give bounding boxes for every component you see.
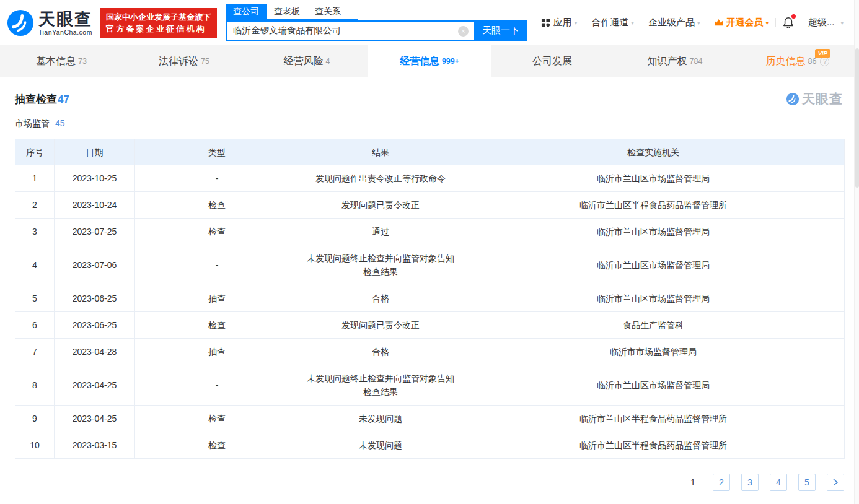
search-tab-company[interactable]: 查公司	[226, 4, 267, 19]
cell-agency: 临沂市兰山区市场监督管理局	[462, 219, 845, 245]
tab-operating-risk[interactable]: 经营风险 4	[245, 45, 368, 77]
tab-business-info[interactable]: 经营信息 999+	[368, 45, 491, 77]
clear-icon[interactable]: ×	[458, 26, 469, 37]
menu-item-partner[interactable]: 合作通道 ▾	[584, 17, 641, 28]
tab-basic-info[interactable]: 基本信息 73	[0, 45, 123, 77]
brand-name: 天眼查	[38, 10, 92, 28]
page-button[interactable]: 4	[770, 474, 787, 491]
tab-legal-litigation[interactable]: 法律诉讼 75	[123, 45, 245, 77]
tab-count: 86	[808, 57, 817, 66]
logo-swirl-icon	[6, 9, 35, 37]
subsection-market-supervision: 市场监管 45	[0, 108, 859, 129]
help-icon[interactable]: ?	[820, 57, 829, 66]
chevron-down-icon: ▾	[765, 20, 769, 26]
tab-count: 73	[78, 57, 87, 66]
cell-result: 发现问题已责令改正	[299, 312, 462, 339]
cell-index: 10	[15, 432, 55, 459]
cell-result: 通过	[299, 219, 462, 245]
search-tab-boss[interactable]: 查老板	[267, 4, 307, 19]
pagination-pages: 2345	[713, 474, 816, 491]
company-nav-tabs: 基本信息 73 法律诉讼 75 经营风险 4 经营信息 999+ 公司发展 知识…	[0, 45, 859, 77]
menu-item-apps[interactable]: 应用 ▾	[534, 17, 584, 28]
menu-label: 合作通道	[591, 17, 628, 28]
vip-badge: VIP	[815, 49, 830, 58]
tab-label: 公司发展	[532, 55, 572, 68]
search-tabs: 查公司 查老板 查关系	[226, 4, 358, 20]
cell-agency: 临沂市兰山区半程食品药品监督管理所	[462, 432, 845, 459]
tab-intellectual-property[interactable]: 知识产权 784	[614, 45, 736, 77]
table-row: 9 2023-04-25 检查 未发现问题 临沂市兰山区半程食品药品监督管理所	[15, 406, 845, 432]
apps-grid-icon	[541, 18, 550, 27]
page-button[interactable]: 5	[798, 474, 816, 491]
col-header-date: 日期	[55, 139, 135, 165]
cell-agency: 临沂市兰山区半程食品药品监督管理所	[462, 192, 845, 219]
section-head: 抽查检查47 天眼查	[0, 77, 859, 108]
tab-label: 知识产权	[648, 55, 687, 68]
bell-wrap	[783, 17, 794, 29]
cell-index: 7	[15, 339, 55, 365]
search-input-wrap: ×	[226, 20, 475, 41]
table-row: 8 2023-04-25 - 未发现问题终止检查并向监管对象告知检查结果 临沂市…	[15, 365, 845, 406]
page-next-button[interactable]	[827, 474, 844, 491]
chevron-down-icon: ▾	[697, 20, 700, 26]
badge-line2: 官方备案企业征信机构	[106, 23, 211, 35]
table-row: 5 2023-06-25 抽查 合格 临沂市兰山区市场监督管理局	[15, 285, 845, 312]
cell-agency: 食品生产监管科	[462, 312, 845, 339]
table-row: 1 2023-10-25 - 发现问题作出责令改正等行政命令 临沂市兰山区市场监…	[15, 165, 845, 192]
table-row: 3 2023-07-25 检查 通过 临沂市兰山区市场监督管理局	[15, 219, 845, 245]
menu-label: 超级...	[808, 17, 835, 28]
menu-item-super-vip[interactable]: 超级... ▾	[801, 17, 850, 28]
badge-line1: 国家中小企业发展子基金旗下	[106, 11, 211, 23]
search-input[interactable]	[227, 22, 474, 40]
cell-index: 3	[15, 219, 55, 245]
cell-result: 未发现问题	[299, 406, 462, 432]
cell-agency: 临沂市兰山区市场监督管理局	[462, 285, 845, 312]
cell-type: 抽查	[135, 339, 299, 365]
page-button[interactable]: 3	[741, 474, 759, 491]
scrollbar-thumb[interactable]	[855, 48, 859, 188]
inspection-table-body: 1 2023-10-25 - 发现问题作出责令改正等行政命令 临沂市兰山区市场监…	[15, 165, 845, 459]
tianyancha-logo[interactable]: 天眼查 TianYanCha.com	[6, 9, 92, 37]
gov-certification-badge: 国家中小企业发展子基金旗下 官方备案企业征信机构	[100, 8, 217, 38]
cell-result: 未发现问题终止检查并向监管对象告知检查结果	[299, 245, 462, 285]
pagination: 1 2345	[0, 459, 859, 491]
inspection-table-wrap: 序号 日期 类型 结果 检查实施机关 1 2023-10-25 - 发现问题作出…	[0, 129, 859, 459]
menu-label: 开通会员	[726, 17, 763, 28]
search-tab-relation[interactable]: 查关系	[307, 4, 348, 19]
cell-result: 合格	[299, 339, 462, 365]
tab-history-info[interactable]: VIP 历史信息 86 ?	[736, 45, 859, 77]
cell-index: 5	[15, 285, 55, 312]
menu-item-vip[interactable]: 开通会员 ▾	[707, 17, 775, 28]
table-row: 2 2023-10-24 检查 发现问题已责令改正 临沂市兰山区半程食品药品监督…	[15, 192, 845, 219]
menu-item-enterprise[interactable]: 企业级产品 ▾	[641, 17, 707, 28]
cell-agency: 临沂市兰山区市场监督管理局	[462, 165, 845, 192]
cell-type: 检查	[135, 192, 299, 219]
search-area: 查公司 查老板 查关系 × 天眼一下	[226, 4, 527, 41]
col-header-agency: 检查实施机关	[462, 139, 845, 165]
table-row: 10 2023-03-15 检查 未发现问题 临沂市兰山区半程食品药品监督管理所	[15, 432, 845, 459]
crown-icon	[714, 19, 723, 27]
cell-date: 2023-04-25	[55, 365, 135, 406]
chevron-down-icon: ▾	[575, 20, 578, 26]
cell-index: 4	[15, 245, 55, 285]
cell-type: 检查	[135, 432, 299, 459]
logo-text: 天眼查 TianYanCha.com	[38, 10, 92, 36]
chevron-down-icon: ▾	[631, 20, 634, 26]
cell-index: 8	[15, 365, 55, 406]
page-button[interactable]: 2	[713, 474, 730, 491]
section-title-text: 抽查检查	[15, 93, 57, 105]
search-button[interactable]: 天眼一下	[475, 20, 527, 41]
cell-type: 抽查	[135, 285, 299, 312]
menu-item-notifications[interactable]	[776, 17, 801, 29]
menu-label: 应用	[553, 17, 572, 28]
section-title-count: 47	[58, 93, 69, 105]
tab-company-development[interactable]: 公司发展	[491, 45, 614, 77]
vertical-scrollbar[interactable]	[854, 0, 859, 504]
chevron-right-icon	[832, 479, 839, 486]
tab-label: 经营信息	[400, 55, 439, 68]
cell-type: -	[135, 365, 299, 406]
subsection-label: 市场监管	[15, 118, 50, 128]
subsection-product-quality: 产品质量监督 2	[0, 491, 859, 504]
col-header-result: 结果	[299, 139, 462, 165]
page-current[interactable]: 1	[684, 474, 702, 491]
